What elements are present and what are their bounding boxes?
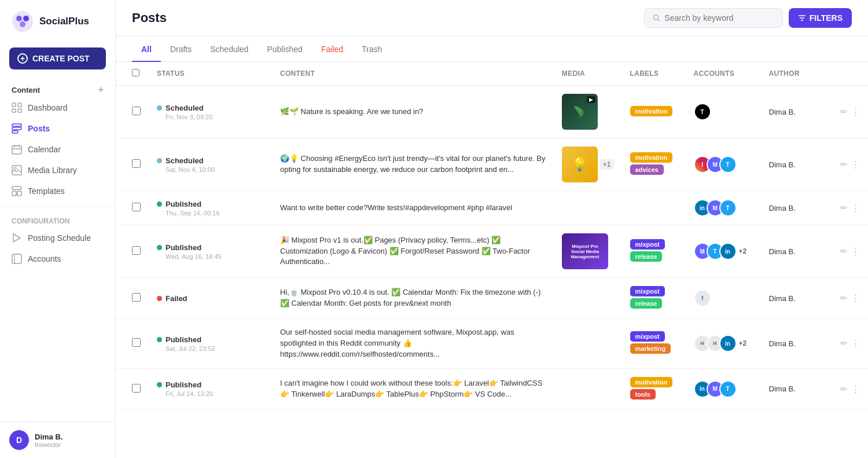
label-release: release (630, 251, 663, 262)
status-date: Sat, Jul 22, 23:52 (157, 345, 264, 352)
action-icons: ✏ ⋮ (840, 159, 860, 170)
action-icons: ✏ ⋮ (840, 203, 860, 213)
select-all-checkbox[interactable] (132, 69, 139, 76)
media-cell (554, 319, 622, 369)
status-label: Published (165, 200, 201, 208)
more-icon[interactable]: ⋮ (851, 159, 860, 170)
sidebar-item-posting-schedule[interactable]: Posting Schedule (0, 228, 115, 248)
sidebar-item-templates[interactable]: Templates (0, 181, 115, 201)
status-dot (157, 337, 162, 342)
row-checkbox[interactable] (132, 293, 141, 302)
edit-icon[interactable]: ✏ (840, 384, 848, 394)
search-bar[interactable] (644, 8, 783, 28)
sidebar-item-calendar[interactable]: Calendar (0, 139, 115, 160)
label-mixpost: mixpost (630, 286, 665, 296)
tab-failed[interactable]: Failed (312, 36, 352, 62)
status-cell: Published Thu, Sep 14, 00:16 (149, 191, 272, 225)
user-info: Dima B. Inovector (35, 433, 62, 448)
edit-icon[interactable]: ✏ (840, 246, 848, 257)
svg-marker-20 (13, 234, 20, 242)
accounts-header: Accounts (686, 62, 761, 86)
label-tools: tools (630, 389, 656, 400)
content-cell: 🌍💡 Choosing #EnergyEco isn't just trendy… (272, 138, 554, 191)
more-icon[interactable]: ⋮ (851, 203, 860, 213)
templates-label: Templates (28, 186, 65, 196)
media-cell: 💡 +1 (554, 138, 622, 191)
labels-cell: mixpost marketing (622, 319, 686, 369)
content-text: 🌿🌱 Nature is speaking. Are we tuned in? (280, 107, 546, 118)
header-actions: FILTERS (644, 8, 852, 28)
content-cell: 🌿🌱 Nature is speaking. Are we tuned in? (272, 86, 554, 138)
media-cell (554, 191, 622, 225)
logo: SocialPlus (0, 0, 115, 43)
tab-trash[interactable]: Trash (352, 36, 391, 62)
row-checkbox[interactable] (132, 384, 141, 393)
row-checkbox-cell (116, 278, 149, 319)
status-label: Published (165, 335, 201, 344)
edit-icon[interactable]: ✏ (840, 338, 848, 349)
filters-button[interactable]: FILTERS (789, 8, 852, 28)
content-text: 🌍💡 Choosing #EnergyEco isn't just trendy… (280, 153, 546, 175)
more-icon[interactable]: ⋮ (851, 338, 860, 349)
more-icon[interactable]: ⋮ (851, 293, 860, 303)
content-cell: Our self-hosted social media management … (272, 319, 554, 369)
table-header-row: Status Content Media Labels Accounts Aut… (116, 62, 868, 86)
media-cell (554, 368, 622, 409)
svg-rect-7 (18, 109, 21, 112)
action-icons: ✏ ⋮ (840, 293, 860, 303)
author-cell: Dima B. (761, 319, 832, 369)
status-dot (157, 158, 162, 163)
label-mixpost: mixpost (630, 239, 665, 250)
status-label: Scheduled (165, 104, 204, 112)
add-section-icon[interactable]: + (98, 85, 104, 95)
tab-published[interactable]: Published (258, 36, 312, 62)
content-text: Want to write better code?Write tests!#a… (280, 203, 546, 214)
row-checkbox[interactable] (132, 246, 141, 255)
edit-icon[interactable]: ✏ (840, 203, 848, 213)
row-checkbox[interactable] (132, 203, 141, 211)
row-checkbox-cell (116, 319, 149, 369)
status-badge: Published Fri, Jul 14, 13:20 (157, 380, 264, 397)
edit-icon[interactable]: ✏ (840, 293, 848, 303)
status-header: Status (149, 62, 272, 86)
row-checkbox[interactable] (132, 107, 141, 115)
actions-header (832, 62, 868, 86)
row-checkbox[interactable] (132, 159, 141, 168)
user-profile[interactable]: D Dima B. Inovector (0, 422, 115, 458)
label-release: release (630, 298, 663, 309)
svg-rect-17 (12, 186, 21, 189)
table-row: Published Thu, Sep 14, 00:16 Want to wri… (116, 191, 868, 225)
row-checkbox[interactable] (132, 338, 141, 347)
mastodon-icon: M (712, 205, 717, 211)
avatars-stack: T (694, 103, 753, 120)
author-cell: Dima B. (761, 191, 832, 225)
status-label: Published (165, 380, 201, 389)
action-icons: ✏ ⋮ (840, 246, 860, 257)
media-cell: ▶ (554, 86, 622, 138)
more-icon[interactable]: ⋮ (851, 107, 860, 117)
more-icon[interactable]: ⋮ (851, 246, 860, 257)
more-icon[interactable]: ⋮ (851, 384, 860, 394)
sidebar-item-posts[interactable]: Posts (0, 118, 115, 139)
tab-all[interactable]: All (132, 36, 161, 62)
edit-icon[interactable]: ✏ (840, 159, 848, 170)
create-post-button[interactable]: + CREATE POST (9, 47, 106, 69)
author-cell: Dima B. (761, 225, 832, 278)
avatars-stack: f (694, 290, 753, 307)
mastodon-icon: M (712, 162, 717, 168)
bulb-emoji: 💡 (572, 157, 587, 172)
status-dot (157, 382, 162, 387)
sidebar-item-media-library[interactable]: Media Library (0, 160, 115, 181)
search-input[interactable] (664, 13, 774, 23)
content-text: I can't imagine how I could work without… (280, 378, 546, 400)
tab-drafts[interactable]: Drafts (161, 36, 201, 62)
labels-cell: motivation advices (622, 138, 686, 191)
sidebar-item-dashboard[interactable]: Dashboard (0, 97, 115, 118)
sidebar-item-accounts[interactable]: Accounts (0, 248, 115, 269)
instagram-icon: I (701, 162, 703, 168)
tab-scheduled[interactable]: Scheduled (201, 36, 258, 62)
dashboard-label: Dashboard (28, 103, 68, 112)
edit-icon[interactable]: ✏ (840, 107, 848, 117)
twitter-icon: T (726, 386, 729, 392)
content-text: Hi,🍵 Mixpost Pro v0.10.4 is out. ✅ Calen… (280, 287, 546, 309)
